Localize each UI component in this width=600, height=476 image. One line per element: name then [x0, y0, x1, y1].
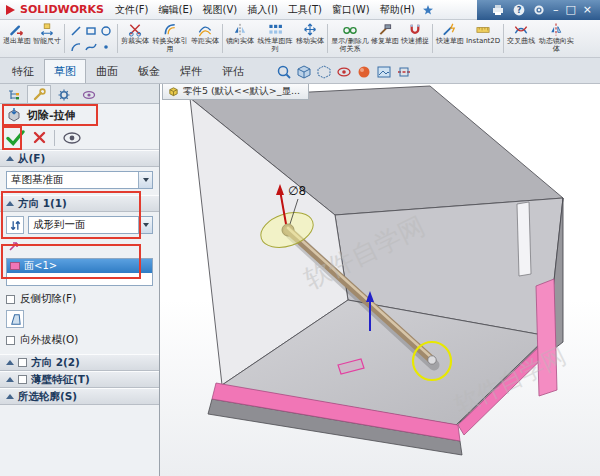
preview-eye-button[interactable] [63, 132, 81, 144]
edit-appearance-icon[interactable] [356, 64, 372, 80]
display-style-icon[interactable] [316, 64, 332, 80]
cancel-button[interactable] [33, 131, 46, 144]
toolbar-smart-dimension[interactable]: 智能尺寸 [32, 21, 62, 57]
menu-bar: 文件(F) 编辑(E) 视图(V) 插入(I) 工具(T) 窗口(W) 帮助(H… [110, 0, 420, 20]
section-direction1-header[interactable]: 方向 1(1) [0, 195, 159, 212]
draft-button[interactable] [6, 310, 24, 328]
toolbar-mirror-entities[interactable]: 镜向实体 [225, 21, 255, 57]
menu-file[interactable]: 文件(F) [110, 0, 154, 20]
tab-sketch[interactable]: 草图 [44, 59, 86, 83]
spline-icon[interactable] [84, 39, 98, 54]
section-direction2-header[interactable]: 方向 2(2) [0, 354, 159, 371]
end-condition-dropdown[interactable]: 成形到一面 [28, 216, 153, 234]
minimize-button[interactable]: – [553, 0, 559, 20]
flip-side-checkbox[interactable]: 反侧切除(F) [6, 291, 153, 307]
arc-icon[interactable] [69, 39, 83, 54]
toolbar-quick-snaps[interactable]: 快速捕捉 [400, 21, 430, 57]
selection-listbox[interactable]: 面<1> [6, 258, 153, 286]
direction2-checkbox[interactable] [18, 358, 27, 367]
toolbar-rapid-sketch[interactable]: 快速草图 [435, 21, 465, 57]
toolbar-convert-entities[interactable]: 转换实体引用 [150, 21, 190, 57]
toolbar-instant2d[interactable]: Instant2D [465, 21, 501, 57]
toolbar-intersection-curve[interactable]: 交叉曲线 [506, 21, 536, 57]
checkbox-box[interactable] [6, 295, 15, 304]
feature-tree-icon [7, 88, 21, 102]
rectangle-icon[interactable] [84, 23, 98, 38]
tab-display-manager[interactable] [77, 85, 101, 103]
chevron-up-icon [6, 156, 14, 161]
rod-end-cap[interactable] [428, 356, 436, 364]
direction1-header-label: 方向 1(1) [18, 197, 67, 211]
from-dropdown-value: 草图基准面 [7, 173, 138, 187]
tab-evaluate[interactable]: 评估 [212, 59, 254, 83]
document-tab-label: 零件5 (默认<<默认>_显... [183, 85, 300, 98]
toolbar-offset-entities[interactable]: 等距实体 [190, 21, 220, 57]
tab-sheet-metal[interactable]: 钣金 [128, 59, 170, 83]
tab-features[interactable]: 特征 [2, 59, 44, 83]
print-icon[interactable] [491, 4, 505, 16]
zoom-fit-icon[interactable] [276, 64, 292, 80]
tab-feature-tree[interactable] [2, 85, 26, 103]
face-color-chip [10, 262, 20, 270]
model-canvas[interactable]: ∅8 软件自学网 软件自学网 [160, 84, 600, 476]
document-tab[interactable]: 零件5 (默认<<默认>_显... [162, 84, 309, 100]
tab-property-manager[interactable] [27, 85, 51, 103]
toolbar-display-relations[interactable]: 显示/删除几何关系 [330, 21, 370, 57]
section-view-icon[interactable] [396, 64, 412, 80]
reverse-direction-button[interactable] [6, 216, 24, 234]
toolbar-repair-sketch[interactable]: 修复草图 [370, 21, 400, 57]
maximize-button[interactable]: □ [565, 0, 575, 20]
selected-face-item[interactable]: 面<1> [7, 259, 152, 273]
circle-icon[interactable] [99, 23, 113, 38]
thin-feature-checkbox[interactable] [18, 375, 27, 384]
wall-slot[interactable] [517, 202, 531, 276]
mirror-entities-icon [232, 22, 248, 37]
tab-weldments[interactable]: 焊件 [170, 59, 212, 83]
scene-icon[interactable] [376, 64, 392, 80]
menu-view[interactable]: 视图(V) [198, 0, 243, 20]
menu-help[interactable]: 帮助(H) [375, 0, 420, 20]
menu-insert[interactable]: 插入(I) [242, 0, 283, 20]
menu-tools[interactable]: 工具(T) [283, 0, 327, 20]
trim-entities-icon [127, 22, 143, 37]
menu-pin-icon[interactable] [422, 4, 434, 16]
line-icon[interactable] [69, 23, 83, 38]
section-from-header[interactable]: 从(F) [0, 150, 159, 167]
tab-surfaces[interactable]: 曲面 [86, 59, 128, 83]
menu-window[interactable]: 窗口(W) [327, 0, 375, 20]
ok-button[interactable] [6, 129, 25, 146]
end-condition-value: 成形到一面 [29, 218, 138, 232]
svg-text:?: ? [517, 6, 522, 15]
toolbar-separator [432, 24, 433, 53]
graphics-viewport[interactable]: 零件5 (默认<<默认>_显... [160, 84, 600, 476]
instant2d-icon [475, 22, 491, 37]
chevron-down-icon[interactable] [138, 172, 152, 188]
view-orientation-icon[interactable] [296, 64, 312, 80]
menu-edit[interactable]: 编辑(E) [153, 0, 197, 20]
property-manager-icon [32, 88, 46, 102]
draft-outward-checkbox[interactable]: 向外拔模(O) [6, 332, 153, 348]
toolbar-trim-entities[interactable]: 剪裁实体 [120, 21, 150, 57]
from-dropdown[interactable]: 草图基准面 [6, 171, 153, 189]
toolbar-move-entities[interactable]: 移动实体 [295, 21, 325, 57]
intersection-curve-icon [513, 22, 529, 37]
options-gear-icon[interactable] [533, 4, 545, 16]
help-icon[interactable]: ? [513, 4, 525, 16]
chevron-down-icon[interactable] [138, 217, 152, 233]
point-icon[interactable] [99, 39, 113, 54]
selected-face-label: 面<1> [24, 259, 57, 273]
move-entities-icon [302, 22, 318, 37]
toolbar-linear-sketch-pattern[interactable]: 线性草图阵列 [255, 21, 295, 57]
section-thin-feature-header[interactable]: 薄壁特征(T) [0, 371, 159, 388]
tab-configurations[interactable] [52, 85, 76, 103]
dimension-label[interactable]: ∅8 [288, 184, 306, 198]
checkbox-box[interactable] [6, 336, 15, 345]
toolbar-exit-sketch[interactable]: 退出草图 [2, 21, 32, 57]
hide-show-items-icon[interactable] [336, 64, 352, 80]
direction1-body: 成形到一面 面<1> 反侧切除(F) [0, 212, 159, 354]
linear-pattern-icon [267, 22, 283, 37]
close-button[interactable]: × [583, 0, 592, 20]
section-selected-contours-header[interactable]: 所选轮廓(S) [0, 388, 159, 405]
exit-sketch-icon [9, 22, 25, 37]
toolbar-dynamic-mirror[interactable]: 动态镜向实体 [536, 21, 576, 57]
